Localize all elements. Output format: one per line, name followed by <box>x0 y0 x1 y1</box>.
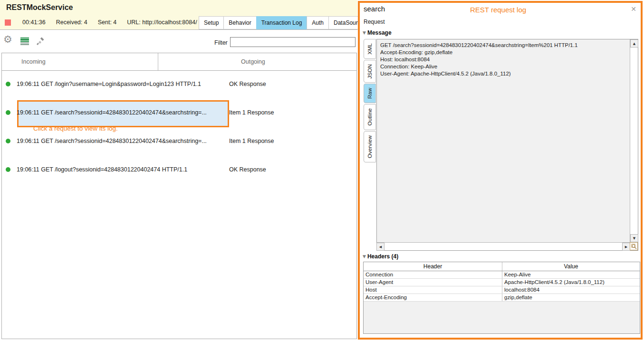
log-list-icon[interactable] <box>20 38 29 45</box>
outgoing-response: Item 1 Response <box>229 138 274 144</box>
message-line: Accept-Encoding: gzip,deflate <box>380 49 627 56</box>
scroll-left-icon[interactable]: ◀ <box>376 243 384 251</box>
tab-overview[interactable]: Overview <box>364 131 376 162</box>
mock-service-tabs: Setup Behavior Transaction Log Auth Data… <box>199 16 372 29</box>
table-row[interactable]: Host localhost:8084 <box>364 286 640 294</box>
column-divider <box>158 53 158 70</box>
outgoing-response: OK Response <box>229 81 266 87</box>
filter-label: Filter <box>214 39 228 46</box>
header-value: localhost:8084 <box>502 286 640 294</box>
collapse-triangle-icon: ▼ <box>363 254 366 259</box>
received-count: Received: 4 <box>56 19 87 26</box>
tab-transaction-log[interactable]: Transaction Log <box>256 16 308 29</box>
column-outgoing: Outgoing <box>241 58 265 65</box>
transaction-log-toolbar: ⚙ Filter <box>0 30 357 52</box>
message-line: GET /search?sessionid=42848301220402474&… <box>380 42 627 49</box>
stop-icon[interactable] <box>5 19 11 26</box>
headers-section-header[interactable]: ▼Headers (4) <box>363 253 398 260</box>
horizontal-scrollbar[interactable]: ◀ ▶ <box>377 242 630 250</box>
sent-count: Sent: 4 <box>98 19 117 26</box>
header-value: gzip,deflate <box>502 294 640 301</box>
vertical-scrollbar[interactable]: ▲ ▼ <box>630 39 638 242</box>
filter-input[interactable] <box>230 37 356 47</box>
request-label: Request <box>364 19 385 25</box>
message-line: User-Agent: Apache-HttpClient/4.5.2 (Jav… <box>380 70 627 77</box>
service-url: URL: http://localhost:8084/ <box>127 19 197 26</box>
incoming-request: 19:06:11 GET /search?sessionid=428483012… <box>17 109 207 116</box>
raw-message-viewer: GET /search?sessionid=42848301220402474&… <box>376 39 638 251</box>
tab-outline[interactable]: Outline <box>364 104 376 130</box>
raw-message-content: GET /search?sessionid=42848301220402474&… <box>380 42 627 77</box>
column-incoming: Incoming <box>21 58 46 65</box>
header-name: User-Agent <box>364 279 502 286</box>
request-log-title: search <box>364 5 385 13</box>
settings-gear-icon[interactable]: ⚙ <box>3 35 12 45</box>
tab-auth[interactable]: Auth <box>307 16 329 29</box>
incoming-request: 19:06:11 GET /search?sessionid=428483012… <box>17 138 207 144</box>
tab-xml[interactable]: XML <box>364 39 376 59</box>
table-row[interactable]: Accept-Encoding gzip,deflate <box>364 294 640 302</box>
transaction-log-column-header: Incoming Outgoing <box>2 53 356 71</box>
header-value: Apache-HttpClient/4.5.2 (Java/1.8.0_112) <box>502 279 640 286</box>
status-row: 00:41:36 Received: 4 Sent: 4 URL: http:/… <box>5 19 208 26</box>
header-column-label: Header <box>364 262 502 271</box>
request-log-panel: search REST request log ✕ Request ▼Messa… <box>358 1 643 340</box>
incoming-request: 19:06:11 GET /logout?sessionid=428483012… <box>17 166 187 173</box>
status-dot-icon <box>6 110 10 115</box>
message-line: Host: localhost:8084 <box>380 56 627 63</box>
table-row[interactable]: 19:06:11 GET /login?username=Login&passw… <box>2 79 356 89</box>
tab-json[interactable]: JSON <box>364 60 376 83</box>
headers-table: Header Value Connection Keep-Alive User-… <box>363 262 640 334</box>
value-column-label: Value <box>502 262 640 271</box>
transaction-log-panel: Incoming Outgoing 19:06:11 GET /login?us… <box>1 53 357 339</box>
scroll-up-icon[interactable]: ▲ <box>630 39 638 47</box>
header-name: Host <box>364 286 502 294</box>
collapse-triangle-icon: ▼ <box>363 30 366 35</box>
status-dot-icon <box>6 139 10 143</box>
mock-service-header: RESTMockService 00:41:36 Received: 4 Sen… <box>0 0 357 30</box>
scroll-down-icon[interactable]: ▼ <box>630 234 638 242</box>
header-value: Keep-Alive <box>502 271 640 278</box>
incoming-request: 19:06:11 GET /login?username=Login&passw… <box>17 81 201 87</box>
table-row[interactable]: 19:06:11 GET /logout?sessionid=428483012… <box>2 165 356 174</box>
message-section-header[interactable]: ▼Message <box>363 29 392 36</box>
tab-setup[interactable]: Setup <box>199 16 224 29</box>
table-row[interactable]: Connection Keep-Alive <box>364 271 640 279</box>
outgoing-response: Item 1 Response <box>229 109 274 116</box>
message-line: Connection: Keep-Alive <box>380 63 627 70</box>
table-row[interactable]: 19:06:11 GET /search?sessionid=428483012… <box>2 136 356 146</box>
outgoing-response: OK Response <box>229 166 266 173</box>
tab-behavior[interactable]: Behavior <box>223 16 256 29</box>
headers-table-header: Header Value <box>364 262 640 271</box>
header-name: Accept-Encoding <box>364 294 502 301</box>
click-request-annotation: Click a request to view its log. <box>33 125 118 132</box>
magnifier-icon <box>631 244 637 249</box>
message-view-tabs: XML JSON Raw Outline Overview <box>364 39 376 162</box>
clear-log-brush-icon[interactable] <box>35 36 45 47</box>
close-icon[interactable]: ✕ <box>631 5 636 13</box>
status-dot-icon <box>6 167 10 172</box>
rest-mock-service-window: RESTMockService 00:41:36 Received: 4 Sen… <box>0 0 644 341</box>
table-row[interactable]: User-Agent Apache-HttpClient/4.5.2 (Java… <box>364 279 640 286</box>
status-dot-icon <box>6 82 10 86</box>
timer-value: 00:41:36 <box>22 19 46 26</box>
magnifier-button[interactable] <box>630 242 638 250</box>
page-title: RESTMockService <box>6 3 73 12</box>
tab-raw[interactable]: Raw <box>364 84 376 103</box>
header-name: Connection <box>364 271 502 278</box>
table-row-selected[interactable]: 19:06:11 GET /search?sessionid=428483012… <box>2 108 356 117</box>
scroll-right-icon[interactable]: ▶ <box>622 243 630 251</box>
rest-request-log-annotation: REST request log <box>470 6 526 14</box>
